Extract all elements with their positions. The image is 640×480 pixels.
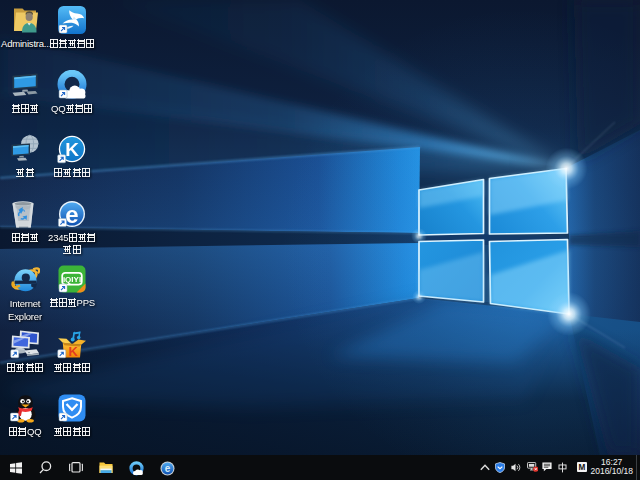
- svg-text:M: M: [579, 463, 586, 472]
- svg-text:K: K: [69, 344, 79, 359]
- svg-text:e: e: [165, 463, 171, 474]
- svg-text:iQIYI: iQIYI: [63, 275, 81, 284]
- svg-text:K: K: [65, 139, 79, 160]
- svg-text:e: e: [65, 201, 78, 228]
